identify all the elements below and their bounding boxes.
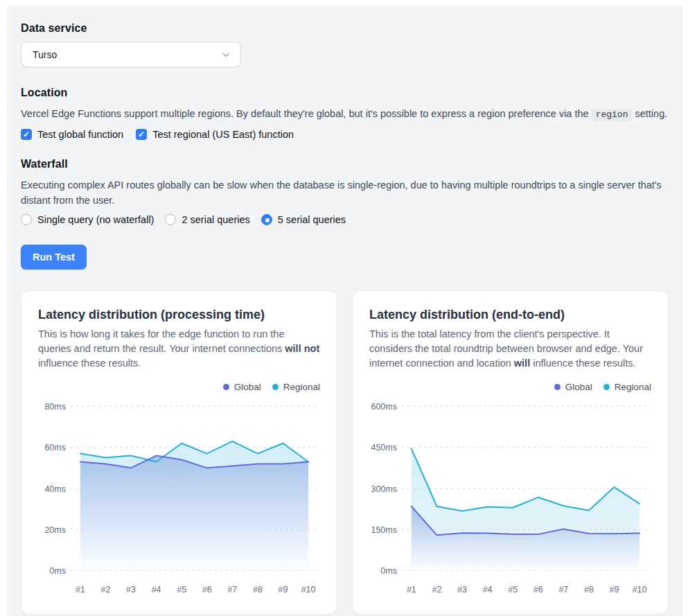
location-desc-text: Vercel Edge Functions support multiple r… (21, 108, 592, 119)
end-to-end-card: Latency distribution (end-to-end) This i… (352, 290, 669, 615)
y-tick-label: 0ms (380, 566, 397, 576)
global-dot-icon (223, 384, 229, 390)
card-title: Latency distribution (end-to-end) (369, 308, 651, 322)
x-tick-label: #3 (457, 585, 467, 595)
x-tick-label: #9 (279, 585, 288, 595)
x-tick-label: #4 (483, 585, 493, 595)
card-desc-bold: will not (285, 343, 319, 354)
y-tick-label: 80ms (44, 402, 65, 412)
radio-2-serial-queries[interactable]: 2 serial queries (165, 214, 249, 225)
card-desc-text-after: influence these results. (530, 358, 635, 369)
chart-legend: Global Regional (38, 382, 320, 392)
card-description: This is how long it takes for the edge f… (38, 327, 320, 371)
radio-unchecked-icon[interactable] (165, 214, 176, 225)
location-checkbox-row: ✓ Test global function ✓ Test regional (… (21, 129, 669, 140)
location-heading: Location (21, 87, 669, 99)
waterfall-radio-row: Single query (no waterfall) 2 serial que… (21, 214, 669, 225)
data-service-heading: Data service (21, 22, 669, 35)
data-service-selected-value: Turso (33, 49, 57, 60)
radio-5-serial-queries[interactable]: 5 serial queries (261, 214, 346, 225)
chart-legend: Global Regional (369, 382, 651, 392)
checkbox-test-regional[interactable]: ✓ Test regional (US East) function (136, 129, 294, 140)
processing-time-card: Latency distribution (processing time) T… (21, 290, 337, 615)
x-tick-label: #3 (126, 585, 136, 595)
x-tick-label: #2 (432, 585, 441, 595)
location-desc-text-after: setting. (632, 108, 667, 119)
global-area (80, 456, 308, 571)
radio-checked-icon[interactable] (261, 214, 272, 225)
legend-label: Global (565, 382, 592, 392)
checkbox-label: Test regional (US East) function (152, 129, 294, 140)
regional-dot-icon (272, 384, 279, 390)
legend-label: Global (234, 382, 261, 392)
checkbox-label: Test global function (37, 129, 123, 140)
region-code-chip: region (592, 109, 633, 121)
x-tick-label: #5 (177, 585, 186, 595)
settings-panel: Data service Turso Location Vercel Edge … (7, 6, 683, 616)
x-tick-label: #2 (100, 585, 110, 595)
global-dot-icon (554, 384, 561, 390)
y-tick-label: 20ms (44, 525, 65, 535)
legend-label: Regional (283, 382, 320, 392)
x-tick-label: #7 (227, 585, 237, 595)
card-title: Latency distribution (processing time) (38, 308, 320, 322)
legend-regional: Regional (603, 382, 651, 392)
x-tick-label: #7 (558, 585, 568, 595)
x-tick-label: #6 (202, 585, 212, 595)
y-tick-label: 450ms (371, 443, 397, 452)
y-tick-label: 40ms (44, 484, 65, 494)
y-tick-label: 0ms (49, 566, 66, 576)
waterfall-heading: Waterfall (21, 158, 669, 170)
processing-time-chart: 0ms20ms40ms60ms80ms#1#2#3#4#5#6#7#8#9#10 (38, 396, 321, 601)
y-tick-label: 60ms (44, 443, 65, 452)
chevron-down-icon (221, 50, 231, 60)
card-description: This is the total latency from the clien… (369, 327, 651, 371)
x-tick-label: #10 (633, 585, 647, 595)
legend-regional: Regional (272, 382, 320, 392)
x-tick-label: #6 (533, 585, 543, 595)
radio-unchecked-icon[interactable] (21, 214, 32, 225)
x-tick-label: #1 (407, 585, 416, 595)
y-tick-label: 600ms (371, 402, 397, 412)
x-tick-label: #5 (508, 585, 518, 595)
end-to-end-chart: 0ms150ms300ms450ms600ms#1#2#3#4#5#6#7#8#… (369, 396, 653, 601)
x-tick-label: #10 (301, 585, 316, 595)
checkbox-checked-icon[interactable]: ✓ (136, 129, 147, 140)
x-tick-label: #8 (253, 585, 263, 595)
card-desc-text: This is how long it takes for the edge f… (38, 328, 285, 354)
radio-single-query[interactable]: Single query (no waterfall) (21, 214, 154, 225)
radio-label: 5 serial queries (278, 214, 346, 225)
card-desc-text-after: influence these results. (38, 358, 141, 369)
radio-label: 2 serial queries (182, 214, 249, 225)
x-tick-label: #4 (152, 585, 161, 595)
location-description: Vercel Edge Functions support multiple r… (21, 106, 669, 123)
x-tick-label: #9 (610, 585, 619, 595)
waterfall-description: Executing complex API routes globally ca… (21, 177, 669, 208)
card-desc-bold: will (514, 358, 530, 369)
checkbox-test-global[interactable]: ✓ Test global function (21, 129, 123, 140)
checkbox-checked-icon[interactable]: ✓ (21, 129, 32, 140)
legend-global: Global (223, 382, 261, 392)
y-tick-label: 150ms (371, 525, 397, 535)
run-test-button[interactable]: Run Test (21, 245, 87, 270)
regional-dot-icon (603, 384, 610, 390)
x-tick-label: #1 (76, 585, 85, 595)
radio-label: Single query (no waterfall) (37, 214, 154, 225)
legend-global: Global (554, 382, 592, 392)
y-tick-label: 300ms (371, 484, 397, 494)
x-tick-label: #8 (584, 585, 594, 595)
charts-row: Latency distribution (processing time) T… (21, 290, 669, 615)
data-service-select[interactable]: Turso (21, 42, 241, 67)
legend-label: Regional (615, 382, 651, 392)
